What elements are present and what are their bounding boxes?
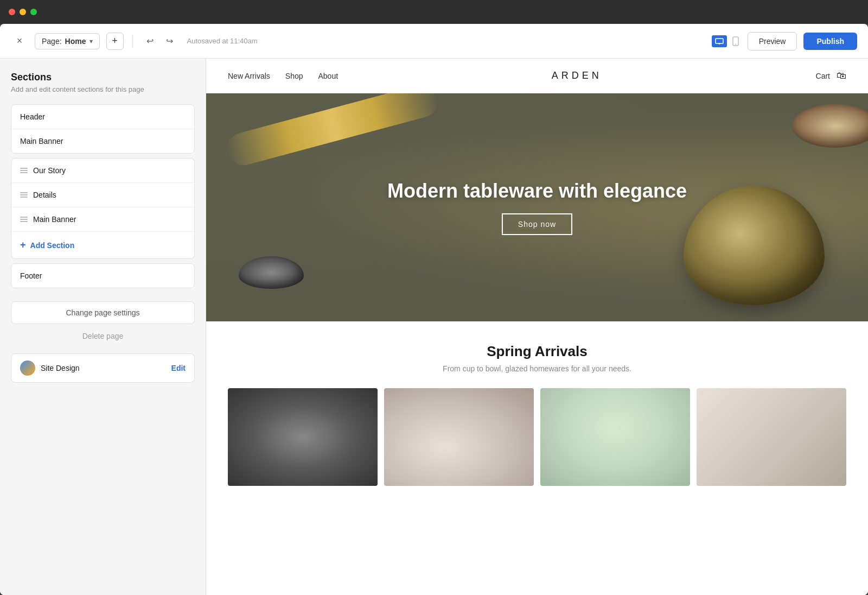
- section-item-details[interactable]: Details: [11, 183, 194, 207]
- drag-handle-icon: [20, 168, 28, 173]
- site-nav: New Arrivals Shop About ARDEN Cart 🛍: [206, 59, 868, 93]
- middle-sections-group: Our Story Details Main: [11, 158, 195, 259]
- nav-link-shop[interactable]: Shop: [285, 72, 303, 80]
- plus-icon: +: [20, 239, 26, 251]
- page-name: Home: [65, 37, 86, 46]
- svg-rect-0: [716, 39, 723, 43]
- divider: [132, 35, 133, 48]
- change-page-settings-button[interactable]: Change page settings: [11, 301, 195, 324]
- section-label: Footer: [20, 271, 42, 280]
- product-image-4: [697, 388, 846, 486]
- products-section: Spring Arrivals From cup to bowl, glazed…: [206, 321, 868, 497]
- products-title: Spring Arrivals: [228, 343, 846, 360]
- product-card-1[interactable]: [228, 388, 378, 486]
- product-grid: [228, 388, 846, 486]
- section-label: Our Story: [33, 166, 66, 175]
- nav-link-new-arrivals[interactable]: New Arrivals: [228, 72, 270, 80]
- section-item-main-banner-top[interactable]: Main Banner: [11, 129, 194, 153]
- desktop-icon: [715, 38, 724, 45]
- mobile-view-toggle[interactable]: [730, 35, 741, 47]
- autosave-status: Autosaved at 11:40am: [187, 37, 258, 45]
- site-nav-links: New Arrivals Shop About: [228, 72, 338, 80]
- website-preview: New Arrivals Shop About ARDEN Cart 🛍: [206, 59, 868, 595]
- product-image-1: [228, 388, 378, 486]
- hero-bowl-top-decoration: [792, 104, 868, 148]
- sections-sidebar: Sections Add and edit content sections f…: [0, 59, 206, 595]
- cart-icon[interactable]: 🛍: [837, 70, 846, 81]
- view-toggle-group: [712, 35, 741, 47]
- undo-redo-group: ↩ ↪: [142, 33, 178, 50]
- site-design-bar: Site Design Edit: [11, 353, 195, 383]
- chevron-down-icon: ▾: [90, 37, 93, 45]
- site-design-edit-button[interactable]: Edit: [171, 364, 186, 372]
- section-label: Details: [33, 191, 56, 199]
- section-label: Header: [20, 112, 45, 121]
- traffic-light-yellow[interactable]: [20, 9, 26, 15]
- product-card-2[interactable]: [384, 388, 534, 486]
- redo-button[interactable]: ↪: [161, 33, 178, 50]
- hero-small-bowl-decoration: [239, 256, 304, 289]
- top-sections-group: Header Main Banner: [11, 104, 195, 154]
- hero-banner: Modern tableware with elegance Shop now: [206, 93, 868, 321]
- preview-area: New Arrivals Shop About ARDEN Cart 🛍: [206, 59, 868, 595]
- close-button[interactable]: ×: [11, 33, 28, 50]
- undo-button[interactable]: ↩: [142, 33, 159, 50]
- title-bar: [0, 0, 868, 24]
- cart-label[interactable]: Cart: [816, 72, 830, 80]
- add-section-label: Add Section: [30, 241, 75, 250]
- page-label: Page:: [42, 37, 62, 46]
- page-selector[interactable]: Page: Home ▾: [35, 33, 100, 49]
- desktop-view-toggle[interactable]: [712, 35, 727, 47]
- hero-bowl-large-decoration: [684, 186, 825, 305]
- product-card-4[interactable]: [697, 388, 846, 486]
- preview-button[interactable]: Preview: [748, 32, 797, 50]
- hero-spoon-decoration: [224, 93, 442, 169]
- top-toolbar: × Page: Home ▾ + ↩ ↪ Autosaved at 11:40a…: [0, 24, 868, 59]
- sidebar-subtitle: Add and edit content sections for this p…: [11, 85, 195, 93]
- section-label: Main Banner: [33, 215, 76, 224]
- hero-title: Modern tableware with elegance: [387, 180, 687, 202]
- section-label: Main Banner: [20, 137, 63, 145]
- site-nav-right: Cart 🛍: [816, 70, 846, 81]
- site-logo: ARDEN: [338, 70, 815, 81]
- product-image-2: [384, 388, 534, 486]
- add-section-button[interactable]: + Add Section: [11, 232, 194, 258]
- app-window: × Page: Home ▾ + ↩ ↪ Autosaved at 11:40a…: [0, 24, 868, 595]
- sidebar-title: Sections: [11, 72, 195, 83]
- site-design-label: Site Design: [41, 364, 166, 372]
- footer-section-group: Footer: [11, 263, 195, 288]
- delete-page-button[interactable]: Delete page: [11, 325, 195, 347]
- shop-now-button[interactable]: Shop now: [502, 213, 572, 235]
- drag-handle-icon: [20, 217, 28, 222]
- mobile-icon: [732, 36, 739, 46]
- publish-button[interactable]: Publish: [803, 33, 857, 50]
- main-area: Sections Add and edit content sections f…: [0, 59, 868, 595]
- add-page-button[interactable]: +: [106, 33, 124, 50]
- drag-handle-icon: [20, 192, 28, 198]
- product-card-3[interactable]: [540, 388, 690, 486]
- sidebar-actions: Change page settings Delete page: [11, 301, 195, 347]
- section-item-main-banner-bottom[interactable]: Main Banner: [11, 207, 194, 232]
- site-design-avatar: [20, 360, 35, 376]
- section-item-header[interactable]: Header: [11, 105, 194, 129]
- svg-point-4: [735, 43, 736, 45]
- hero-content: Modern tableware with elegance Shop now: [387, 180, 687, 235]
- traffic-light-green[interactable]: [30, 9, 37, 15]
- nav-link-about[interactable]: About: [318, 72, 339, 80]
- product-image-3: [540, 388, 690, 486]
- products-subtitle: From cup to bowl, glazed homewares for a…: [228, 364, 846, 373]
- section-item-our-story[interactable]: Our Story: [11, 159, 194, 183]
- traffic-light-red[interactable]: [9, 9, 15, 15]
- section-item-footer[interactable]: Footer: [11, 264, 194, 288]
